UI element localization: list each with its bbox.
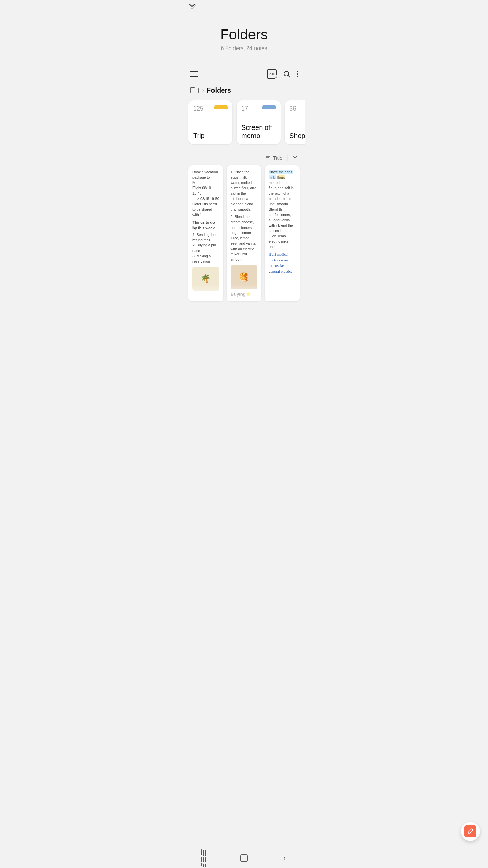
svg-line-1 [288,76,290,78]
page-subtitle: 6 Folders, 24 notes [190,45,298,52]
folder-card-trip[interactable]: 125 Trip [188,100,232,144]
status-bar [183,0,305,13]
page-title: Folders [190,26,298,43]
folder-count: 36 [289,105,296,112]
folder-tab-yellow [214,105,228,108]
folder-count: 125 [193,105,203,112]
folder-name: Shopping [289,132,305,140]
sort-icon [265,155,271,160]
folder-count: 17 [241,105,248,112]
pdf-button[interactable]: PDF [267,69,277,79]
note-text-2: 1. Place the eggs, milk, water, melted b… [231,170,258,262]
note-text-1: Book a vacation package to Maui. Flight … [192,170,219,264]
note-text-3: Place the eggs, milk, flour, melted butt… [269,170,296,250]
sort-direction-icon [292,154,298,160]
breadcrumb-label: Folders [207,86,231,94]
note-card-3[interactable]: Place the eggs, milk, flour, melted butt… [265,165,300,301]
breadcrumb-chevron: › [202,87,204,94]
toolbar: PDF [183,65,305,83]
sort-label: Title [273,155,283,161]
folder-tab-blue [262,105,276,108]
sort-bar: Title | [183,151,305,165]
folder-name: Screen off memo [241,123,276,140]
sort-button[interactable]: Title [265,155,283,161]
folder-icon [190,85,199,95]
wifi-icon [188,4,196,11]
note-fade-overlay [188,284,223,301]
sort-direction-button[interactable] [292,154,298,161]
note-card-1[interactable]: Book a vacation package to Maui. Flight … [188,165,223,301]
hero-section: Folders 6 Folders, 24 notes [183,13,305,62]
note-handwritten-3: if all medical doctors wereto forsake ge… [269,252,296,274]
sort-divider: | [286,154,288,161]
note-card-2[interactable]: 1. Place the eggs, milk, water, melted b… [227,165,262,301]
note-fade-overlay [265,284,300,301]
folder-name: Trip [193,132,228,140]
folder-card-screen-off-memo[interactable]: 17 Screen off memo [237,100,281,144]
menu-button[interactable] [190,71,198,77]
notes-grid: Book a vacation package to Maui. Flight … [183,165,305,329]
folders-grid: 125 Trip 17 Screen off memo 36 Shopping … [183,100,305,151]
breadcrumb: › Folders [183,83,305,100]
search-button[interactable] [283,70,291,78]
folder-card-shopping[interactable]: 36 Shopping [285,100,305,144]
note-fade-overlay [227,284,262,301]
more-button[interactable] [297,71,298,77]
